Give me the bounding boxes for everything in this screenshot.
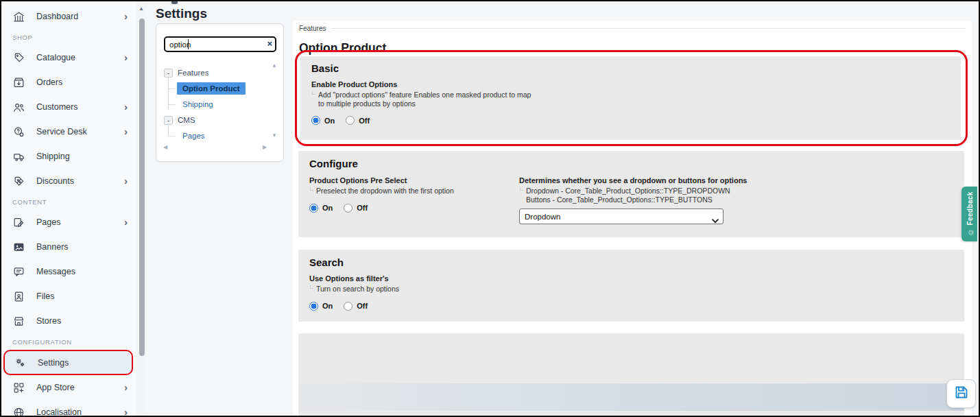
collapse-icon[interactable]: - (164, 69, 173, 78)
sidebar-item-label: Dashboard (36, 12, 78, 21)
tree-scroll-right-icon[interactable]: ▶ (263, 144, 267, 150)
sidebar-item-banners[interactable]: Banners (1, 235, 136, 259)
chevron-right-icon: › (124, 51, 128, 63)
sidebar-item-stores[interactable]: Stores (1, 309, 136, 333)
sidebar-item-files[interactable]: Files (1, 284, 136, 309)
sidebar-item-settings[interactable]: Settings (3, 350, 133, 375)
section-footer-band (298, 383, 964, 411)
banners-icon (12, 241, 25, 254)
sidebar-section-heading: CONTENT (12, 198, 136, 206)
text-cursor (188, 39, 189, 49)
tree-item-shipping[interactable]: Shipping (177, 97, 219, 111)
customers-icon (12, 101, 25, 114)
description-line: Preselect the dropdown with the first op… (316, 187, 519, 195)
sidebar-item-label: Customers (36, 102, 77, 112)
field-label: Product Options Pre Select (309, 176, 519, 184)
option-type-select-wrap: Dropdown (519, 208, 724, 224)
sidebar-item-label: Settings (38, 358, 69, 368)
tree-group-label[interactable]: Features (178, 69, 208, 77)
sidebar-item-catalogue[interactable]: Catalogue› (1, 45, 136, 70)
tree-item-option-product[interactable]: Option Product (177, 82, 246, 95)
radio-on[interactable] (309, 204, 318, 213)
clear-search-icon[interactable]: × (267, 38, 272, 49)
configure-left-column: Product Options Pre Select Preselect the… (309, 172, 519, 224)
description-line: Add "product options" feature Enables on… (318, 91, 950, 99)
sidebar-item-messages[interactable]: Messages (1, 259, 136, 284)
chevron-right-icon: › (124, 175, 128, 187)
tree-scroll-up-icon[interactable]: ▲ (272, 62, 277, 69)
sidebar-item-label: Stores (36, 316, 61, 326)
field-label: Determines whether you see a dropdown or… (519, 176, 953, 184)
discounts-icon (12, 175, 25, 188)
smiley-icon: ☺ (966, 229, 974, 237)
sidebar-item-discounts[interactable]: Discounts› (1, 169, 136, 193)
tree-scroll-left-icon[interactable]: ◀ (163, 144, 167, 150)
sidebar-item-label: App Store (36, 383, 75, 392)
indent-tick (310, 285, 313, 289)
sidebar-item-customers[interactable]: Customers› (1, 95, 136, 119)
fieldset-header: Features (299, 25, 965, 32)
radio-off-label[interactable]: Off (357, 302, 368, 310)
scroll-up-icon[interactable]: ▲ (139, 5, 144, 12)
settings-icon (14, 356, 27, 369)
field-description: Turn on search by options (316, 285, 953, 294)
field-description: Add "product options" feature Enables on… (318, 91, 950, 108)
radio-on-label[interactable]: On (324, 117, 335, 125)
sidebar-item-dashboard[interactable]: Dashboard› (1, 4, 136, 29)
sidebar-item-shipping[interactable]: Shipping (1, 144, 136, 169)
sidebar-scrollbar-thumb[interactable] (139, 19, 145, 356)
tree-item-features[interactable]: -Features (164, 66, 208, 80)
tree-leaf-label[interactable]: Shipping (177, 98, 219, 110)
chevron-right-icon: › (124, 406, 128, 417)
sidebar-scrollbar[interactable]: ▲ (136, 1, 147, 416)
settings-search-input[interactable] (164, 36, 276, 52)
tree-item-pages[interactable]: Pages (177, 129, 211, 143)
feedback-tab[interactable]: ☺ Feedback (961, 187, 977, 241)
tree-group-label[interactable]: CMS (178, 116, 195, 124)
sidebar-item-orders[interactable]: Orders (1, 70, 136, 95)
files-icon (12, 290, 25, 303)
save-button[interactable] (946, 379, 976, 408)
sidebar-item-service-desk[interactable]: Service Desk› (1, 119, 136, 144)
sidebar-item-label: Pages (36, 217, 60, 227)
radio-off[interactable] (344, 302, 352, 311)
app-store-icon (12, 381, 25, 394)
chevron-right-icon: › (124, 381, 128, 393)
tree-scroll-down-icon[interactable]: ▼ (272, 132, 277, 139)
main-area: Settings × ▲ ▼ ◀ ▶ -FeaturesOption Produ… (147, 1, 979, 416)
configure-on-off-group: On Off (309, 204, 519, 213)
option-type-select[interactable]: Dropdown (519, 208, 724, 224)
tree-leaf-label[interactable]: Pages (177, 130, 211, 142)
sidebar-section-heading: SHOP (12, 34, 136, 42)
radio-on[interactable] (309, 302, 318, 311)
field-description: Dropdown - Core_Table_Product_Options::T… (526, 187, 953, 204)
sidebar-item-app-store[interactable]: App Store› (1, 375, 136, 400)
sidebar-item-label: Shipping (36, 152, 70, 161)
collapse-icon[interactable]: - (164, 116, 173, 125)
configure-section: Configure Product Options Pre Select Pre… (298, 151, 964, 237)
radio-on[interactable] (311, 116, 320, 125)
indent-tick (520, 187, 523, 191)
radio-off-label[interactable]: Off (359, 117, 370, 125)
description-line: Dropdown - Core_Table_Product_Options::T… (526, 187, 953, 195)
radio-off[interactable] (344, 204, 352, 213)
divider-line (331, 28, 965, 29)
tree-leaf-label[interactable]: Option Product (177, 82, 246, 95)
field-label: Enable Product Options (311, 80, 950, 88)
page-title: Settings (156, 6, 207, 21)
field-label: Use Options as filter's (309, 274, 953, 283)
sidebar-item-pages[interactable]: Pages› (1, 210, 136, 235)
field-description: Preselect the dropdown with the first op… (316, 187, 519, 195)
chevron-right-icon: › (124, 10, 128, 22)
chevron-right-icon: › (124, 126, 128, 137)
sidebar-item-localisation[interactable]: Localisation› (1, 400, 136, 417)
sidebar-item-label: Banners (36, 242, 69, 252)
pages-icon (12, 216, 25, 229)
search-on-off-group: On Off (309, 302, 953, 311)
radio-off[interactable] (346, 116, 355, 125)
radio-on-label[interactable]: On (322, 302, 333, 310)
radio-off-label[interactable]: Off (357, 204, 368, 212)
sidebar: Dashboard›SHOPCatalogue›OrdersCustomers›… (1, 1, 136, 416)
tree-item-cms[interactable]: -CMS (164, 113, 195, 127)
radio-on-label[interactable]: On (322, 204, 333, 212)
